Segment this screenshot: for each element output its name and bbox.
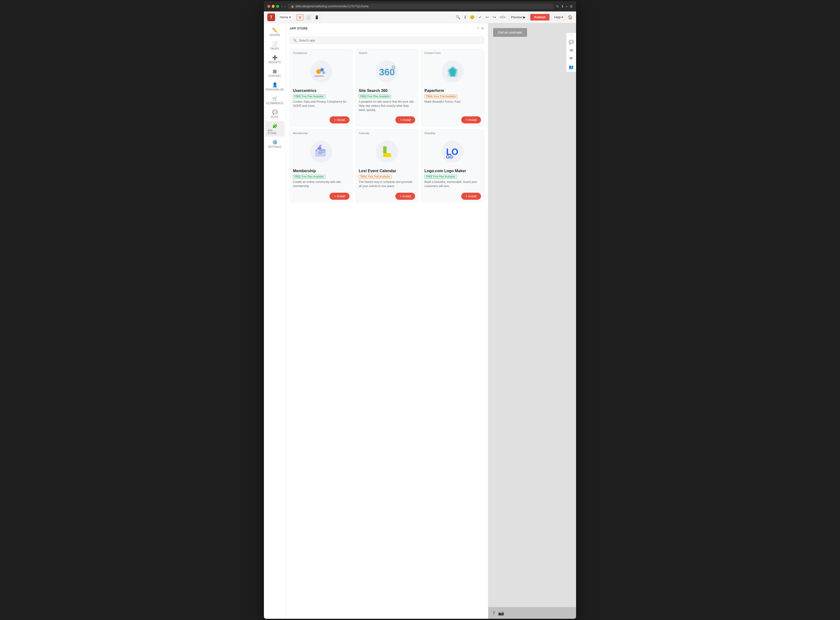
install-button-logocom[interactable]: + Install [461,193,481,200]
sidebar-item-blog[interactable]: 💬 BLOG [265,108,285,120]
chat-float-button[interactable]: 💬 [568,39,575,45]
sidebar-item-pages[interactable]: 📄 PAGES [265,39,285,52]
sidebar-item-widgets[interactable]: ➕ WIDGETS [265,53,285,66]
sidebar-item-app-store[interactable]: 🧩 APP STORE [265,121,285,137]
install-button-search360[interactable]: + Install [395,116,415,123]
estimate-button[interactable]: Get an estimate [493,28,527,37]
apps-grid: Compliance usercentrics Usercent [286,47,488,619]
app-image-paperform [422,54,484,89]
panel-help-button[interactable]: ? [477,26,479,31]
app-desc-usercentrics: Cookie, Data and Privacy Compliance for … [293,100,349,108]
person-icon: 👤 [272,82,278,87]
back-button[interactable]: ‹ [282,5,283,8]
install-button-paperform[interactable]: + Install [461,116,481,123]
app-info-loxi: Loxi Event Calendar TRIAL Free Trial Ava… [356,169,418,190]
app-category-membership: Membership [290,129,352,135]
app-name-membership: Membership [293,169,349,173]
search-bar: 🔍 [286,34,488,47]
close-traffic-light[interactable] [267,5,270,8]
desktop-view-button[interactable]: 🖥 [297,14,303,21]
cart-icon: 🛒 [272,96,278,101]
sidebar-item-settings[interactable]: ⚙️ SETTINGS [265,138,285,150]
blog-icon: 💬 [272,110,278,115]
gear-icon: ⚙️ [272,140,278,145]
forward-button[interactable]: › [285,5,286,8]
pages-icon: 📄 [272,41,278,47]
app-logo[interactable]: T [267,14,275,21]
preview-content: Get an estimate [488,23,576,47]
search-input[interactable] [299,39,481,42]
app-info-usercentrics: Usercentrics FREE Free Plan Available Co… [290,89,352,114]
app-image-search360: 360 [356,54,418,89]
app-image-logocom: LO GO [422,135,484,169]
share-button[interactable]: ⬆ [561,5,564,8]
install-button-loxi[interactable]: + Install [395,193,415,200]
svg-point-2 [322,71,325,74]
tabs-button[interactable]: ⊞ [570,5,573,8]
sidebar-item-personalize[interactable]: 👤 PERSONALIZE [265,80,285,93]
preview-footer: f 📷 [488,607,576,619]
app-toolbar: T Home ▾ 🖥 ⬜ 📱 🔍 ℹ 😊 ✓ ↩ ↪ </> Preview ▶… [264,12,576,23]
svg-text:GO: GO [446,155,453,158]
app-name-usercentrics: Usercentrics [293,89,349,93]
install-button-usercentrics[interactable]: + Install [330,116,349,123]
app-badge-logocom: FREE Free Plan Available [425,175,457,179]
app-badge-membership: FREE Free Plan Available [293,175,325,179]
install-button-membership[interactable]: + Install [330,193,349,200]
check-button[interactable]: ✓ [477,14,483,21]
search360-logo: 360 [376,60,398,83]
facebook-icon[interactable]: f [493,610,495,616]
eye-float-button[interactable]: 👁 [568,55,575,62]
app-name-paperform: Paperform [425,89,481,93]
app-store-panel: APP STORE ? ✕ 🔍 Compliance [286,23,488,619]
publish-button[interactable]: Publish [530,14,549,21]
logocom-logo: LO GO [442,141,464,163]
sidebar-item-content[interactable]: ▦ CONTENT [265,66,285,79]
address-bar[interactable]: 🔒 sites.telegenicmarketing.com/home/site… [288,4,553,9]
app-badge-loxi: TRIAL Free Trial Available [359,175,392,179]
people-float-button[interactable]: 👥 [568,63,575,70]
instagram-icon[interactable]: 📷 [498,610,504,616]
minimize-traffic-light[interactable] [272,5,275,8]
app-category-branding: Branding [422,129,484,135]
sidebar-item-ecommerce[interactable]: 🛒 ECOMMERCE [265,94,285,107]
message-float-button[interactable]: ✉ [568,47,575,54]
panel-title: APP STORE [290,27,307,30]
home-button[interactable]: 🏠 [568,15,573,20]
undo-button[interactable]: ↩ [485,14,490,21]
maximize-traffic-light[interactable] [276,5,279,8]
redo-button[interactable]: ↪ [492,14,497,21]
info-button[interactable]: ℹ [464,14,467,21]
app-image-membership [290,135,352,169]
app-name-loxi: Loxi Event Calendar [359,169,415,173]
panel-close-button[interactable]: ✕ [481,26,484,31]
paperform-logo [442,60,464,83]
browser-nav-controls: ‹ › [282,5,286,8]
code-button[interactable]: </> [499,14,506,21]
svg-line-14 [320,145,321,149]
app-card-search360: Search 360 Site Search 360 [355,49,418,126]
app-desc-logocom: Build a beautiful, memorable, brand your… [425,180,481,188]
search-toolbar-button[interactable]: 🔍 [455,14,461,21]
usercentrics-logo: usercentrics [310,60,332,83]
sidebar-item-design[interactable]: ✏️ DESIGN [265,26,285,38]
app-category-contactform: Contact Form [422,49,484,54]
tablet-view-button[interactable]: ⬜ [304,14,312,21]
app-footer-membership: + Install [290,190,352,202]
puzzle-icon: 🧩 [272,123,278,128]
app-desc-membership: Create an online community with site mem… [293,180,349,188]
new-tab-button[interactable]: + [566,5,568,8]
app-badge-paperform: TRIAL Free Trial Available [425,95,457,98]
app-card-logocom: Branding LO GO Logo.com Logo Maker FREE [421,129,484,202]
page-selector[interactable]: Home ▾ [278,14,293,20]
app-card-loxi: Calendar Loxi Event Calendar [355,129,418,202]
help-button[interactable]: Help ▾ [551,14,566,20]
membership-logo [310,141,332,163]
widgets-icon: ➕ [272,55,278,60]
svg-point-12 [317,150,319,151]
app-name-logocom: Logo.com Logo Maker [425,169,481,173]
preview-button[interactable]: Preview ▶ [508,14,528,20]
mobile-view-button[interactable]: 📱 [313,14,321,21]
feedback-button[interactable]: 😊 [469,14,476,21]
reload-button[interactable]: ↻ [556,5,559,8]
